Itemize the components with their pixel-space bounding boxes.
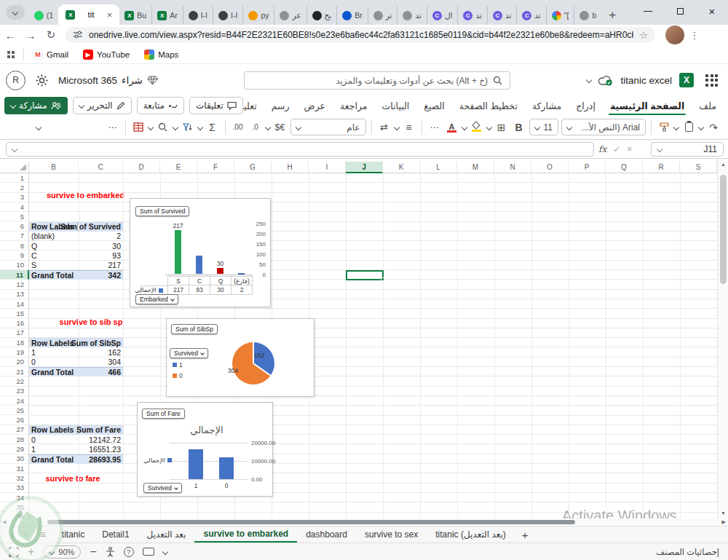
fill-color-chevron[interactable]	[486, 124, 491, 130]
browser-menu-icon[interactable]: ⋮	[684, 30, 705, 41]
formula-input[interactable]	[6, 142, 594, 157]
row-header-19[interactable]: 19	[0, 347, 29, 357]
autosum-chevron[interactable]	[197, 124, 202, 130]
editing-mode-button[interactable]: التحرير	[73, 97, 132, 114]
font-name-select[interactable]: Arial (النص الأ...	[561, 119, 646, 135]
pivot-cell[interactable]: S	[29, 261, 79, 270]
column-header-I[interactable]: I	[309, 162, 346, 173]
row-header-2[interactable]: 2	[0, 183, 29, 192]
row-header-32[interactable]: 32	[0, 473, 29, 483]
chart-sum-of-sibsp[interactable]: Sum of SibSpSurvived10162304	[166, 318, 314, 397]
column-header-M[interactable]: M	[457, 162, 494, 173]
pivot-cell[interactable]: 93	[79, 251, 123, 260]
row-header-22[interactable]: 22	[0, 376, 29, 386]
ribbon-tab-3[interactable]: مشاركة	[525, 96, 569, 115]
row-header-8[interactable]: 8	[0, 241, 29, 251]
browser-tab-0[interactable]: (1	[29, 6, 58, 25]
back-button[interactable]: ←	[0, 29, 20, 42]
comments-button[interactable]: تعليقات	[189, 97, 243, 114]
status-more-chevron[interactable]	[162, 548, 167, 554]
sheet-tab-6[interactable]: titanic (بعد التعديل)	[427, 527, 515, 543]
row-header-33[interactable]: 33	[0, 484, 29, 493]
row-header-3[interactable]: 3	[0, 193, 29, 202]
ribbon-tab-1[interactable]: الصفحة الرئيسية	[603, 96, 692, 115]
browser-tab-14[interactable]: Cتد	[487, 6, 516, 25]
document-title[interactable]: titanic excel	[620, 75, 672, 86]
row-header-34[interactable]: 34	[0, 493, 29, 502]
browser-tab-12[interactable]: Cال	[427, 6, 458, 25]
pivot-cell[interactable]: Grand Total	[29, 270, 79, 280]
increase-decimal-button[interactable]: .00	[231, 119, 245, 136]
field-button-embarked[interactable]: Embarked	[135, 294, 178, 304]
collapse-ribbon-chevron[interactable]	[36, 124, 41, 130]
row-header-31[interactable]: 31	[0, 464, 29, 473]
row-header-30[interactable]: 30	[0, 454, 29, 464]
pivot-cell[interactable]: 1	[29, 347, 79, 357]
scroll-down-icon[interactable]: ▼	[721, 510, 726, 516]
zoom-out-button[interactable]: −	[90, 545, 96, 559]
next-sheet-icon[interactable]: ›	[19, 529, 32, 540]
find-button[interactable]	[156, 119, 170, 136]
search-input[interactable]: بحث عن أدوات وتعليمات والمزيد (Alt + خ)	[244, 71, 510, 90]
row-header-4[interactable]: 4	[0, 202, 29, 212]
wrap-text-button[interactable]: ⇄	[377, 119, 392, 136]
autosum-button[interactable]: Σ	[205, 119, 220, 136]
row-header-18[interactable]: 18	[0, 338, 29, 347]
row-header-29[interactable]: 29	[0, 444, 29, 454]
bookmark-gmail[interactable]: M Gmail	[27, 50, 74, 60]
font-size-select[interactable]: 11	[529, 119, 558, 135]
sheet-tab-1[interactable]: Detail1	[93, 527, 138, 543]
vertical-scroll-thumb[interactable]	[720, 175, 727, 284]
row-header-16[interactable]: 16	[0, 319, 29, 328]
column-header-E[interactable]: E	[160, 162, 197, 173]
accessibility-icon[interactable]	[106, 547, 115, 557]
forward-button[interactable]: →	[20, 29, 41, 42]
account-avatar[interactable]: R	[6, 71, 25, 90]
browser-tab-16[interactable]: "[	[546, 6, 574, 25]
spreadsheet-grid[interactable]: survive to embarked survive to sib sp su…	[0, 159, 728, 518]
cancel-entry-icon[interactable]: ×	[627, 144, 632, 154]
field-button-sum-of-survived[interactable]: Sum of Survived	[135, 206, 189, 216]
chart-sum-of-survived[interactable]: Sum of Survived25020015010050021730S217C…	[130, 198, 271, 307]
more-font-options-icon[interactable]: ⋯	[427, 119, 442, 136]
row-header-24[interactable]: 24	[0, 396, 29, 406]
row-header-28[interactable]: 28	[0, 435, 29, 444]
row-header-7[interactable]: 7	[0, 232, 29, 241]
scroll-right-icon[interactable]: ▶	[722, 519, 726, 525]
row-header-11[interactable]: 11	[0, 270, 29, 280]
browser-tab-1[interactable]: Xtit×	[58, 4, 119, 25]
title-chevron-icon[interactable]	[586, 77, 592, 83]
row-header-20[interactable]: 20	[0, 358, 29, 367]
field-button-sum-of-sibsp[interactable]: Sum of SibSp	[171, 324, 218, 334]
bookmark-youtube[interactable]: ▶ YouTube	[77, 50, 135, 60]
browser-tab-17[interactable]: b	[574, 6, 601, 25]
ribbon-tab-7[interactable]: مراجعة	[333, 96, 375, 115]
column-header-Q[interactable]: Q	[606, 162, 643, 173]
confirm-entry-icon[interactable]: ✓	[613, 144, 620, 154]
font-color-chevron[interactable]	[461, 124, 467, 130]
fullscreen-icon[interactable]	[9, 547, 19, 557]
ribbon-tab-4[interactable]: تخطيط الصفحة	[452, 96, 525, 115]
row-header-21[interactable]: 21	[0, 367, 29, 376]
pivot-cell[interactable]: 304	[79, 358, 123, 367]
column-header-N[interactable]: N	[494, 162, 531, 173]
horizontal-scrollbar[interactable]: ◀ ▶	[0, 518, 728, 526]
close-button[interactable]: ×	[696, 0, 728, 22]
bold-button[interactable]: B	[512, 119, 526, 136]
zoom-level-select[interactable]: 90%	[43, 545, 81, 559]
workbook-statistics-button[interactable]: إحصائيات المصنف	[656, 547, 719, 557]
prev-sheet-icon[interactable]: ‹	[6, 529, 19, 540]
sheet-tab-2[interactable]: بعد التعديل	[138, 527, 195, 543]
number-format-select[interactable]: عام	[290, 119, 366, 135]
keyboard-icon[interactable]	[143, 548, 154, 556]
zoom-in-button[interactable]: +	[28, 545, 34, 559]
chart-sum-of-fare[interactable]: Sum of Fareالإجمالي20000.0010000.000.001…	[137, 402, 273, 497]
font-color-button[interactable]: A	[445, 119, 459, 136]
selected-cell-J11[interactable]	[346, 270, 384, 280]
more-commands-icon[interactable]: ⋯	[106, 119, 120, 136]
sheet-tab-4[interactable]: dashboard	[297, 527, 356, 543]
sort-filter-button[interactable]	[181, 119, 195, 136]
pivot-cell[interactable]: Grand Total	[29, 454, 79, 464]
scroll-up-icon[interactable]: ▲	[721, 162, 726, 167]
ribbon-tab-2[interactable]: إدراج	[569, 96, 603, 115]
